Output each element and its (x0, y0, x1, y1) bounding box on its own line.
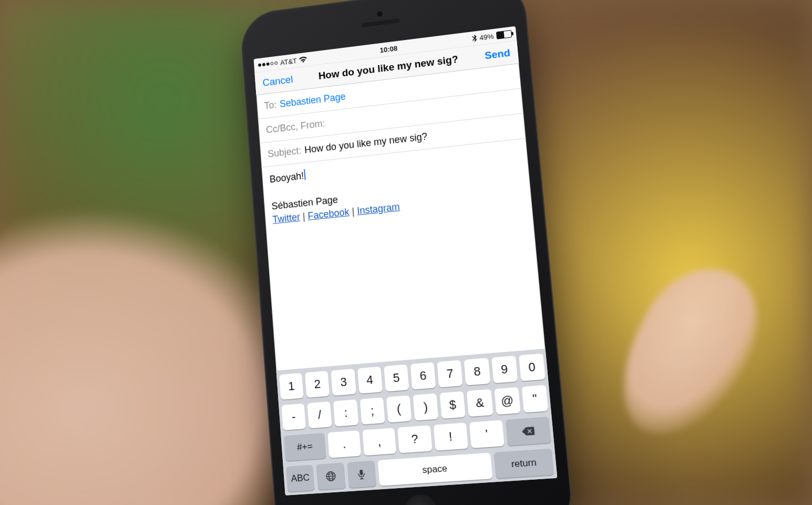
key-backspace[interactable] (506, 417, 551, 446)
signature-link-twitter[interactable]: Twitter (272, 211, 301, 225)
key-amp[interactable]: & (467, 389, 493, 417)
cancel-button[interactable]: Cancel (262, 74, 293, 89)
key-space[interactable]: space (378, 452, 493, 486)
front-camera (377, 11, 383, 17)
key-semicolon[interactable]: ; (359, 397, 385, 425)
key-6[interactable]: 6 (410, 362, 436, 390)
subject-label: Subject: (268, 145, 302, 160)
key-7[interactable]: 7 (437, 360, 463, 387)
phone-frame: AT&T 10:08 49% Cancel How do you lik (239, 0, 575, 505)
keyboard: 1 2 3 4 5 6 7 8 9 0 - / : ; ( ) (276, 349, 558, 496)
key-slash[interactable]: / (307, 401, 332, 428)
clock: 10:08 (379, 44, 398, 54)
to-value: Sebastien Page (279, 91, 346, 110)
battery-icon (496, 30, 512, 39)
key-5[interactable]: 5 (384, 365, 409, 392)
signature-sep: | (300, 211, 308, 223)
signature-link-instagram[interactable]: Instagram (357, 201, 400, 217)
cc-bcc-from-label: Cc/Bcc, From: (265, 118, 325, 136)
key-0[interactable]: 0 (519, 354, 546, 381)
send-button[interactable]: Send (484, 47, 510, 62)
text-cursor (304, 169, 305, 180)
key-9[interactable]: 9 (491, 356, 518, 383)
signature-link-facebook[interactable]: Facebook (307, 207, 350, 221)
key-4[interactable]: 4 (357, 367, 383, 394)
to-label: To: (264, 99, 277, 112)
screen: AT&T 10:08 49% Cancel How do you lik (254, 26, 558, 496)
key-quote[interactable]: " (521, 385, 548, 413)
key-globe[interactable] (316, 462, 346, 490)
key-rparen[interactable]: ) (413, 393, 439, 421)
key-comma[interactable]: , (363, 428, 397, 456)
key-dash[interactable]: - (281, 403, 306, 430)
bluetooth-icon (471, 34, 477, 42)
key-question[interactable]: ? (398, 425, 433, 453)
wifi-icon (299, 56, 307, 64)
key-at[interactable]: @ (494, 387, 520, 415)
key-dictation[interactable] (347, 460, 376, 488)
key-8[interactable]: 8 (464, 358, 490, 385)
key-lparen[interactable]: ( (386, 396, 412, 423)
key-2[interactable]: 2 (305, 371, 330, 398)
key-dollar[interactable]: $ (440, 391, 466, 419)
key-apostrophe[interactable]: ' (469, 420, 505, 448)
carrier-label: AT&T (280, 57, 297, 67)
key-exclaim[interactable]: ! (433, 422, 468, 450)
key-abc[interactable]: ABC (286, 464, 315, 492)
body-text: Booyah! (269, 170, 304, 185)
key-period[interactable]: . (327, 430, 361, 458)
key-colon[interactable]: : (333, 399, 358, 426)
battery-percent: 49% (479, 32, 494, 42)
key-symbols[interactable]: #+= (284, 433, 326, 461)
key-1[interactable]: 1 (279, 373, 304, 400)
signal-strength-icon (258, 62, 277, 67)
key-3[interactable]: 3 (331, 369, 356, 396)
key-return[interactable]: return (494, 449, 554, 479)
svg-rect-2 (360, 470, 363, 476)
